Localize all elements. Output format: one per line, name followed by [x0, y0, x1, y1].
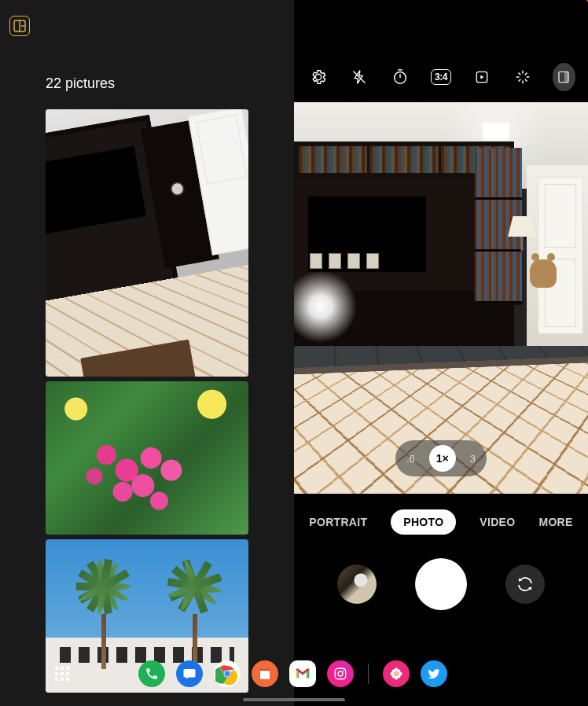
mode-more[interactable]: MORE [538, 516, 572, 528]
filters-button[interactable] [512, 63, 535, 91]
thumbnail-list [46, 109, 248, 693]
svg-point-4 [395, 72, 406, 84]
zoom-ultrawide[interactable]: .6 [406, 453, 415, 465]
shutter-row [294, 547, 588, 610]
svg-point-24 [392, 675, 395, 678]
switch-camera-icon [516, 575, 535, 594]
svg-point-23 [397, 670, 400, 673]
flower-icon [388, 666, 404, 682]
split-view-icon [13, 20, 26, 32]
mode-photo[interactable]: PHOTO [391, 509, 456, 535]
gear-icon [310, 68, 327, 86]
taskbar-instagram[interactable] [327, 660, 354, 687]
thumbnail-item[interactable] [46, 381, 248, 535]
split-view-toggle[interactable] [9, 16, 30, 36]
svg-rect-14 [260, 668, 270, 671]
taskbar-gmail[interactable] [289, 660, 316, 687]
gallery-panel: 22 pictures [0, 0, 294, 706]
phone-icon [145, 667, 159, 681]
taskbar-gallery[interactable] [383, 660, 410, 687]
magic-wand-icon [514, 68, 531, 86]
cover-preview-icon [557, 70, 571, 84]
taskbar [0, 657, 588, 690]
thumbnail-item[interactable] [46, 109, 248, 377]
taskbar-messages[interactable] [176, 660, 203, 687]
zoom-tele[interactable]: 3 [470, 453, 476, 465]
camera-toolbar: 3:4 [294, 0, 588, 102]
live-preview [294, 102, 588, 494]
timer-button[interactable] [388, 63, 411, 91]
taskbar-notes[interactable] [252, 660, 278, 687]
taskbar-chrome[interactable] [214, 660, 241, 687]
svg-point-22 [392, 670, 395, 673]
switch-camera-button[interactable] [505, 564, 545, 604]
app-drawer-button[interactable] [55, 667, 69, 681]
chrome-icon [215, 662, 239, 686]
shutter-button[interactable] [415, 558, 467, 610]
svg-point-26 [395, 672, 399, 676]
svg-rect-9 [564, 72, 568, 83]
camera-viewfinder[interactable]: .6 1× 3 [294, 102, 588, 494]
mode-video[interactable]: VIDEO [480, 516, 515, 528]
ratio-label: 3:4 [431, 69, 451, 85]
svg-point-17 [343, 670, 344, 671]
timer-icon [391, 68, 409, 86]
svg-point-25 [397, 675, 400, 678]
gmail-icon [294, 665, 311, 682]
taskbar-phone[interactable] [138, 660, 165, 687]
aspect-ratio-button[interactable]: 3:4 [429, 63, 452, 91]
chat-icon [182, 667, 197, 681]
instagram-icon [333, 667, 347, 681]
camera-panel: 3:4 [294, 0, 588, 706]
gallery-title: 22 pictures [46, 75, 294, 92]
camera-mode-bar: PORTRAIT PHOTO VIDEO MORE [294, 494, 588, 547]
cover-preview-button[interactable] [553, 63, 575, 91]
flash-off-icon [351, 69, 367, 85]
motion-photo-button[interactable] [471, 63, 494, 91]
motion-photo-icon [474, 69, 490, 85]
zoom-selector[interactable]: .6 1× 3 [395, 440, 487, 476]
navigation-handle[interactable] [243, 698, 345, 701]
settings-button[interactable] [307, 63, 329, 91]
taskbar-twitter[interactable] [421, 660, 447, 687]
notes-icon [258, 667, 272, 681]
last-photo-thumbnail[interactable] [337, 564, 377, 604]
flash-button[interactable] [347, 63, 370, 91]
twitter-icon [427, 667, 441, 681]
taskbar-divider [368, 664, 369, 684]
zoom-wide[interactable]: 1× [429, 445, 456, 472]
mode-portrait[interactable]: PORTRAIT [309, 516, 367, 528]
svg-point-16 [338, 671, 343, 676]
